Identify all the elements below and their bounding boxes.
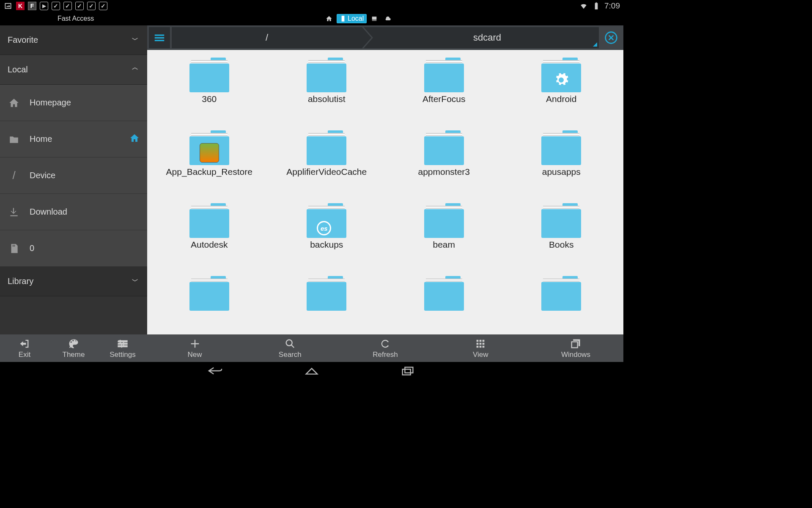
check-icon: ✓ (63, 2, 72, 10)
tab-local[interactable]: Local (337, 14, 367, 23)
folder-label: absolutist (308, 94, 346, 104)
folder-label: beam (433, 240, 455, 250)
view-label: View (473, 351, 488, 359)
sidebar-item-label: Download (30, 207, 67, 217)
folder-icon (307, 58, 346, 92)
content-area: / sdcard 360absolutistAfterFocusAndroidA… (147, 25, 623, 334)
kaspersky-icon: K (16, 2, 25, 10)
windows-button[interactable]: Windows (528, 334, 623, 362)
tab-cloud[interactable] (382, 15, 394, 22)
folder-item[interactable]: appmonster3 (385, 130, 503, 203)
status-time: 7:09 (604, 1, 620, 11)
folder-item[interactable]: Android (503, 58, 620, 130)
folder-label: Books (549, 240, 573, 250)
check-icon: ✓ (99, 2, 107, 10)
folder-icon (307, 130, 346, 165)
folder-item[interactable]: beam (385, 203, 503, 276)
sidebar-item-label: Device (30, 171, 55, 180)
folder-icon (424, 130, 464, 165)
folder-label: AfterFocus (422, 94, 466, 104)
new-button[interactable]: New (147, 334, 242, 362)
check-icon: ✓ (52, 2, 60, 10)
folder-item[interactable]: absolutist (268, 58, 386, 130)
sidebar-item-home[interactable]: Home (0, 121, 147, 157)
download-icon (8, 206, 20, 218)
breadcrumb-root[interactable]: / (172, 27, 362, 48)
breadcrumb-current-label: sdcard (473, 32, 501, 43)
local-label: Local (8, 65, 28, 75)
sidebar-item-label: Homepage (30, 98, 71, 108)
recent-apps-button[interactable] (400, 364, 416, 379)
favorite-label: Favorite (8, 35, 38, 45)
folder-icon (541, 276, 581, 311)
sidebar-item-download[interactable]: Download (0, 194, 147, 230)
folder-item[interactable] (268, 276, 386, 334)
folder-item[interactable] (151, 276, 268, 334)
play-icon: ▶ (40, 2, 48, 10)
search-label: Search (279, 351, 302, 359)
new-label: New (188, 351, 202, 359)
sidebar-section-favorite[interactable]: Favorite (0, 25, 147, 55)
folder-icon (189, 276, 229, 311)
check-icon: ✓ (87, 2, 96, 10)
home-button[interactable] (304, 364, 320, 379)
folder-icon (541, 203, 581, 238)
settings-button[interactable]: Settings (98, 334, 147, 362)
image-icon (3, 1, 13, 11)
sidebar-item-device[interactable]: / Device (0, 157, 147, 194)
sidebar-item-homepage[interactable]: Homepage (0, 85, 147, 121)
folder-item[interactable]: 360 (151, 58, 268, 130)
status-right-icons: 7:09 (579, 1, 620, 11)
windows-label: Windows (561, 351, 590, 359)
location-tabs: Local (323, 14, 394, 23)
breadcrumb-root-label: / (266, 32, 268, 43)
folder-icon (424, 58, 464, 92)
sidebar-section-library[interactable]: Library (0, 267, 147, 296)
app-backup-icon (200, 143, 219, 163)
android-nav-bar (0, 362, 623, 381)
folder-label: apusapps (542, 167, 581, 177)
folder-item[interactable]: apusapps (503, 130, 620, 203)
folder-item[interactable] (503, 276, 620, 334)
folder-label: backups (310, 240, 343, 250)
folder-icon (189, 130, 229, 165)
folder-item[interactable]: App_Backup_Restore (151, 130, 268, 203)
sidebar-title: Fast Access (6, 15, 145, 22)
wifi-icon (579, 1, 588, 11)
tab-local-label: Local (348, 15, 364, 22)
folder-item[interactable]: AfterFocus (385, 58, 503, 130)
sidebar-item-label: 0 (30, 243, 34, 253)
folder-home-icon (8, 133, 20, 146)
close-tab-button[interactable] (601, 27, 622, 48)
home-indicator-icon (129, 133, 140, 145)
refresh-button[interactable]: Refresh (337, 334, 433, 362)
folder-icon (541, 58, 581, 92)
svg-point-2 (119, 340, 121, 342)
tab-remote[interactable] (368, 15, 380, 22)
folder-item[interactable]: Books (503, 203, 620, 276)
back-button[interactable] (207, 364, 223, 379)
svg-point-3 (123, 342, 125, 345)
theme-button[interactable]: Theme (49, 334, 98, 362)
sidebar-item-sdcard[interactable]: 0 (0, 230, 147, 267)
view-button[interactable]: View (433, 334, 528, 362)
search-button[interactable]: Search (242, 334, 337, 362)
folder-icon (189, 203, 229, 238)
folder-item[interactable] (385, 276, 503, 334)
exit-label: Exit (19, 351, 30, 359)
svg-rect-5 (403, 369, 411, 375)
folder-label: Autodesk (191, 240, 228, 250)
tab-home[interactable] (323, 15, 335, 22)
exit-button[interactable]: Exit (0, 334, 49, 362)
folder-item[interactable]: Autodesk (151, 203, 268, 276)
folder-item[interactable]: ApplifierVideoCache (268, 130, 386, 203)
flipboard-icon: F (28, 2, 36, 10)
svg-rect-6 (405, 367, 413, 373)
sidebar-section-local[interactable]: Local (0, 55, 147, 85)
breadcrumb-current[interactable]: sdcard (364, 27, 599, 48)
folder-item[interactable]: esbackups (268, 203, 386, 276)
folder-label: appmonster3 (418, 167, 470, 177)
es-icon: es (317, 221, 331, 235)
settings-label: Settings (110, 351, 135, 359)
hamburger-button[interactable] (149, 27, 170, 48)
